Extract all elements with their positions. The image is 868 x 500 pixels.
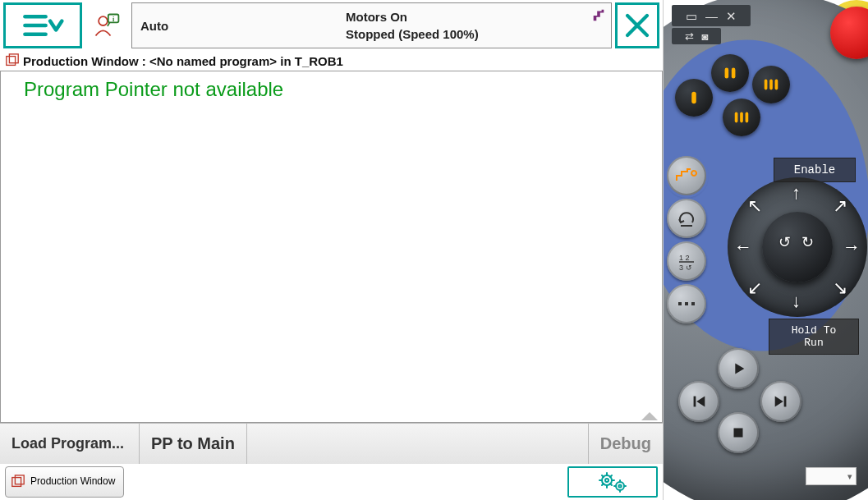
- arrow-left-icon: ←: [734, 236, 752, 258]
- svg-line-22: [602, 484, 604, 485]
- svg-rect-43: [685, 302, 688, 305]
- svg-marker-47: [696, 397, 705, 407]
- svg-marker-48: [775, 397, 783, 407]
- axes-icon: 1 23 ↺: [676, 250, 697, 272]
- task-label: Production Window: [30, 476, 115, 487]
- zoom-combo[interactable]: ▾: [806, 467, 857, 485]
- svg-text:i: i: [113, 16, 115, 23]
- title-prefix: Production Window :: [23, 54, 149, 68]
- arrow-dl-icon: ↙: [747, 278, 762, 299]
- svg-rect-42: [678, 302, 682, 305]
- svg-rect-29: [691, 92, 696, 104]
- close-icon[interactable]: ✕: [726, 10, 737, 22]
- motion-mode-button[interactable]: [667, 199, 706, 238]
- svg-rect-35: [735, 112, 738, 123]
- play-button[interactable]: [718, 348, 759, 389]
- arrow-right-icon: →: [843, 236, 861, 258]
- arrow-ur-icon: ↗: [833, 195, 847, 217]
- minimize-icon[interactable]: —: [705, 10, 718, 22]
- swap-icon[interactable]: ⇄: [685, 30, 694, 43]
- joystick[interactable]: ↑ ↓ ← → ↖ ↗ ↙ ↘ ↺ ↻: [728, 177, 867, 317]
- svg-text:3 ↺: 3 ↺: [679, 264, 692, 272]
- window-menu-icon[interactable]: ▭: [686, 10, 697, 22]
- robot-badge-icon: [591, 8, 606, 27]
- title-task: T_ROB1: [295, 54, 343, 68]
- flexpendant-screen: i Auto Motors On Stopped (Speed 100%): [0, 0, 664, 500]
- svg-rect-33: [769, 80, 773, 90]
- vc-titlebar[interactable]: ▭ — ✕: [672, 5, 751, 26]
- svg-rect-37: [746, 112, 749, 123]
- increment-button[interactable]: [667, 284, 706, 323]
- main-menu-button[interactable]: [3, 2, 82, 48]
- pendant-device: ▭ — ✕ ⇄ ◙ 1 23 ↺: [664, 0, 868, 500]
- svg-point-24: [618, 484, 621, 487]
- arrow-ul-icon: ↖: [747, 195, 762, 217]
- operator-icon[interactable]: i: [85, 2, 128, 48]
- svg-rect-32: [765, 80, 768, 90]
- program-icon: [11, 475, 25, 489]
- prog-key-a-button[interactable]: [675, 79, 713, 117]
- svg-text:1 2: 1 2: [679, 254, 690, 262]
- svg-point-23: [616, 482, 624, 490]
- task-production-window[interactable]: Production Window: [5, 466, 124, 498]
- expand-up-icon[interactable]: [640, 411, 659, 422]
- content-area: Program Pointer not available: [0, 71, 663, 423]
- reorient-icon: [676, 208, 697, 229]
- svg-rect-44: [691, 302, 695, 305]
- gear-icon: [596, 471, 629, 493]
- svg-rect-30: [725, 68, 729, 79]
- title-join: in: [277, 54, 295, 68]
- svg-point-14: [605, 479, 609, 482]
- exec-state-label: Stopped (Speed 100%): [346, 25, 603, 43]
- svg-rect-50: [734, 429, 743, 438]
- mode-label: Auto: [140, 17, 329, 34]
- rotate-ccw-icon: ↺: [778, 233, 791, 251]
- pp-to-main-button[interactable]: PP to Main: [140, 424, 247, 464]
- step-forward-button[interactable]: [760, 381, 801, 422]
- svg-marker-45: [735, 364, 744, 374]
- bottom-toolbar: Load Program... PP to Main Debug: [0, 423, 663, 464]
- step-back-button[interactable]: [678, 381, 719, 422]
- svg-rect-9: [9, 54, 18, 63]
- svg-marker-10: [641, 412, 658, 420]
- svg-point-3: [99, 16, 108, 25]
- svg-rect-12: [15, 475, 24, 484]
- debug-button[interactable]: Debug: [588, 424, 663, 464]
- arrow-down-icon: ↓: [792, 291, 801, 312]
- close-button[interactable]: [615, 2, 659, 48]
- pointer-message: Program Pointer not available: [24, 78, 283, 101]
- svg-rect-11: [12, 478, 21, 487]
- quickset-button[interactable]: [567, 466, 658, 498]
- prog-key-c-button[interactable]: [752, 66, 790, 103]
- arrow-dr-icon: ↘: [833, 278, 847, 299]
- status-bar[interactable]: Auto Motors On Stopped (Speed 100%): [131, 2, 612, 48]
- camera-icon[interactable]: ◙: [702, 30, 709, 43]
- title-program: <No named program>: [149, 54, 277, 68]
- mechunit-button[interactable]: [667, 156, 706, 195]
- prog-key-b-button[interactable]: [711, 54, 749, 92]
- program-icon: [5, 53, 20, 68]
- arrow-up-icon: ↑: [792, 182, 801, 204]
- svg-rect-46: [694, 397, 696, 407]
- prog-key-d-button[interactable]: [723, 99, 760, 136]
- task-bar: Production Window: [0, 464, 663, 500]
- increment-icon: [676, 300, 697, 308]
- load-program-button[interactable]: Load Program...: [0, 424, 140, 464]
- svg-rect-49: [784, 397, 787, 407]
- window-title: Production Window : <No named program> i…: [0, 51, 663, 71]
- vc-toolbar[interactable]: ⇄ ◙: [672, 28, 721, 44]
- stop-button[interactable]: [718, 412, 759, 453]
- svg-rect-31: [732, 68, 736, 79]
- svg-rect-34: [775, 80, 778, 90]
- enable-button[interactable]: Enable: [774, 158, 856, 182]
- svg-line-20: [610, 484, 612, 485]
- top-bar: i Auto Motors On Stopped (Speed 100%): [0, 0, 663, 51]
- toggle-axes-button[interactable]: 1 23 ↺: [667, 241, 706, 281]
- rotate-cw-icon: ↻: [801, 233, 814, 251]
- svg-rect-8: [7, 57, 16, 66]
- svg-rect-36: [740, 112, 743, 123]
- robot-arm-icon: [674, 167, 699, 184]
- svg-line-19: [602, 475, 604, 477]
- svg-line-21: [610, 475, 612, 477]
- motor-state-label: Motors On: [346, 8, 603, 25]
